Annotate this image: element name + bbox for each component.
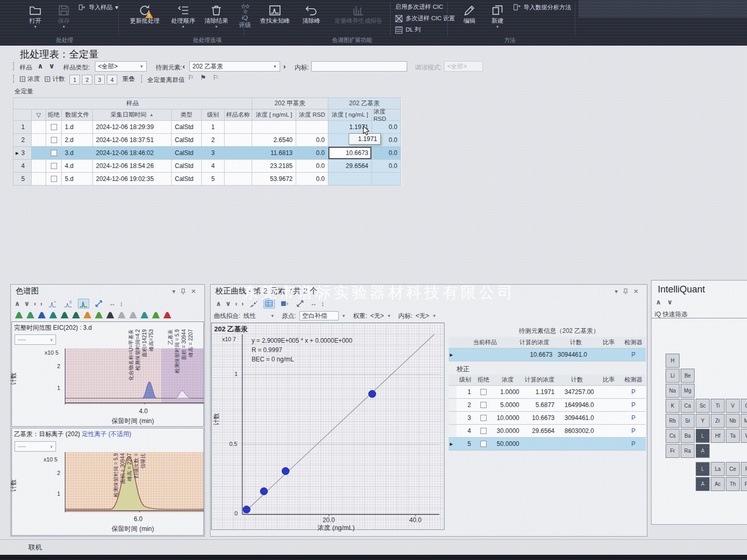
reject-checkbox[interactable] bbox=[51, 163, 57, 169]
periodic-element-cell[interactable]: Cr bbox=[741, 399, 747, 413]
counts-view-button[interactable]: 计数 bbox=[45, 75, 65, 83]
find-unknown-peaks-button[interactable]: 查找未知峰 bbox=[255, 4, 295, 24]
periodic-element-cell[interactable]: K bbox=[666, 399, 680, 413]
periodic-element-cell[interactable]: Ca bbox=[681, 399, 695, 413]
zoom-horizontal-icon[interactable]: ↔ bbox=[109, 300, 116, 307]
sample-up-button[interactable]: ∧ bbox=[37, 61, 43, 71]
dropdown-arrow-icon[interactable]: ▼ bbox=[342, 314, 346, 318]
reject-checkbox[interactable] bbox=[51, 137, 57, 143]
reject-checkbox[interactable] bbox=[51, 176, 57, 182]
pin-icon[interactable] bbox=[623, 288, 628, 295]
pin-icon[interactable] bbox=[181, 288, 186, 295]
panel-menu-icon[interactable]: ▾ bbox=[615, 288, 618, 295]
peak-tool-icon[interactable] bbox=[49, 311, 58, 319]
periodic-element-cell[interactable]: L bbox=[696, 429, 710, 443]
file-column-header[interactable]: 数据文件 bbox=[62, 109, 93, 121]
sample-down-button[interactable]: ∨ bbox=[49, 61, 54, 71]
list-plot-icon[interactable] bbox=[62, 299, 74, 309]
close-icon[interactable]: ✕ bbox=[633, 288, 639, 295]
reject-checkbox[interactable] bbox=[480, 415, 487, 421]
peak-tool-icon[interactable] bbox=[60, 311, 70, 319]
prev-sample-icon[interactable]: ∧ bbox=[216, 300, 222, 307]
zoom-vertical-icon[interactable]: ↕ bbox=[120, 300, 123, 307]
prev-element-icon[interactable]: ‹ bbox=[34, 300, 36, 307]
worklist-order-button[interactable]: 处理顺序▾ bbox=[167, 4, 199, 29]
clear-peaks-button[interactable]: 清除峰 bbox=[297, 4, 326, 24]
table-row[interactable]: 5 5.d 2024-12-06 19:02:35 CalStd 5 53.96… bbox=[13, 173, 402, 186]
level-button[interactable]: 4 bbox=[107, 75, 117, 85]
peak-tool-icon[interactable] bbox=[94, 311, 104, 319]
periodic-element-cell[interactable]: Mg bbox=[681, 384, 695, 398]
periodic-element-cell[interactable]: Cs bbox=[666, 429, 680, 443]
periodic-element-cell[interactable]: Th bbox=[726, 477, 740, 491]
rsd2-column-header[interactable]: 浓度 RSD bbox=[372, 109, 401, 121]
next-sample-icon[interactable]: ∨ bbox=[226, 300, 231, 307]
periodic-element-cell[interactable]: A bbox=[696, 444, 710, 458]
weight-value-dropdown[interactable]: <无> bbox=[370, 312, 384, 320]
periodic-element-cell[interactable]: H bbox=[666, 354, 680, 368]
periodic-element-cell[interactable]: Ba bbox=[681, 429, 695, 443]
periodic-element-cell[interactable]: La bbox=[711, 462, 725, 476]
single-plot-icon[interactable] bbox=[47, 299, 58, 309]
import-samples-button[interactable]: 导入样品▾ bbox=[78, 3, 118, 11]
table-row[interactable]: 4 4.d 2024-12-06 18:54:26 CalStd 4 23.21… bbox=[13, 160, 402, 173]
reject-checkbox[interactable] bbox=[51, 124, 57, 130]
datetime-column-header[interactable]: 采集日期时间▲ bbox=[93, 109, 172, 121]
tune-mode-dropdown[interactable]: <全部> bbox=[444, 61, 483, 72]
periodic-element-cell[interactable]: Zr bbox=[711, 414, 725, 428]
peak-tool-icon[interactable] bbox=[26, 311, 35, 319]
cal-level-row[interactable]: 3 10.0000 10.6673 3094461.0 P bbox=[449, 412, 646, 425]
overlay-button[interactable]: 重叠 bbox=[122, 75, 135, 83]
tab-full-quant[interactable]: 全定量 bbox=[15, 87, 33, 96]
periodic-element-cell[interactable]: Mo bbox=[741, 414, 747, 428]
peak-tool-icon[interactable] bbox=[37, 311, 47, 319]
periodic-element-cell[interactable]: Fr bbox=[666, 444, 680, 458]
periodic-element-cell[interactable]: Y bbox=[696, 414, 710, 428]
periodic-element-cell[interactable]: Sr bbox=[681, 414, 695, 428]
periodic-element-cell[interactable]: Na bbox=[666, 384, 680, 398]
dropdown-arrow-icon[interactable]: ▼ bbox=[432, 314, 436, 318]
cal-level-row[interactable]: 2 5.0000 5.6877 1649946.0 P bbox=[449, 399, 646, 412]
outlier-flag-filled-icon[interactable]: ⚑ bbox=[200, 74, 206, 81]
outlier-flag-outline-icon[interactable]: ⚐ bbox=[213, 74, 219, 81]
periodic-element-cell[interactable]: Ti bbox=[711, 399, 725, 413]
periodic-element-cell[interactable]: V bbox=[726, 399, 740, 413]
peak-tool-icon[interactable] bbox=[163, 311, 172, 319]
rsd1-column-header[interactable]: 浓度 RSD bbox=[296, 109, 328, 121]
fit-value-dropdown[interactable]: 线性 bbox=[243, 312, 267, 320]
peak-tool-icon[interactable] bbox=[129, 311, 138, 319]
reject-checkbox[interactable] bbox=[480, 389, 487, 395]
periodic-element-cell[interactable]: Be bbox=[681, 369, 695, 383]
periodic-element-cell[interactable]: Hf bbox=[711, 429, 725, 443]
dropdown-arrow-icon[interactable]: ▼ bbox=[270, 314, 274, 318]
istd-dropdown[interactable] bbox=[311, 61, 407, 72]
peak-tool-icon[interactable] bbox=[72, 311, 81, 319]
table-row[interactable]: 3 3.d 2024-12-06 18:46:02 CalStd 3 11.68… bbox=[13, 147, 402, 160]
current-sample-row[interactable]: ▶ 10.6673 3094461.0 P bbox=[449, 348, 646, 361]
toolbar-grip[interactable] bbox=[13, 62, 16, 71]
peak-tool-icon[interactable] bbox=[83, 311, 92, 319]
periodic-element-cell[interactable]: Pa bbox=[741, 477, 747, 491]
peak-tool-icon[interactable] bbox=[15, 311, 24, 319]
zoom-expand-icon[interactable] bbox=[93, 299, 105, 309]
cic-settings-option[interactable]: 多次进样 CIC 设置 bbox=[395, 15, 455, 22]
peak-tool-icon[interactable] bbox=[140, 311, 149, 319]
cal-level-row[interactable]: 5 50.0000 P bbox=[449, 438, 646, 451]
edit-button[interactable]: 编辑 bbox=[458, 4, 481, 24]
filter-column-header[interactable]: ▽ bbox=[32, 109, 46, 121]
sample-type-dropdown[interactable]: <全部>▼ bbox=[95, 61, 147, 72]
iq-next-icon[interactable]: ∨ bbox=[667, 298, 673, 306]
origin-value-dropdown[interactable]: 空白补偿 bbox=[299, 311, 339, 320]
prev-element-icon[interactable]: ‹ bbox=[235, 300, 237, 307]
iq-rating-button[interactable]: ☆☆☆ iQ 评级 bbox=[233, 4, 256, 29]
periodic-element-cell[interactable]: A bbox=[696, 477, 710, 491]
toolbar-grip[interactable] bbox=[141, 75, 144, 83]
prev-sample-icon[interactable]: ∧ bbox=[15, 300, 20, 307]
periodic-element-cell[interactable]: W bbox=[741, 429, 747, 443]
dl-column-option[interactable]: DL 列 bbox=[395, 26, 421, 34]
reject-checkbox[interactable] bbox=[480, 441, 487, 447]
save-button[interactable]: 保存▾ bbox=[52, 4, 76, 29]
periodic-element-cell[interactable]: L bbox=[696, 462, 710, 476]
concentration-view-button[interactable]: 浓度 bbox=[20, 75, 40, 83]
level-button[interactable]: 2 bbox=[82, 75, 92, 85]
